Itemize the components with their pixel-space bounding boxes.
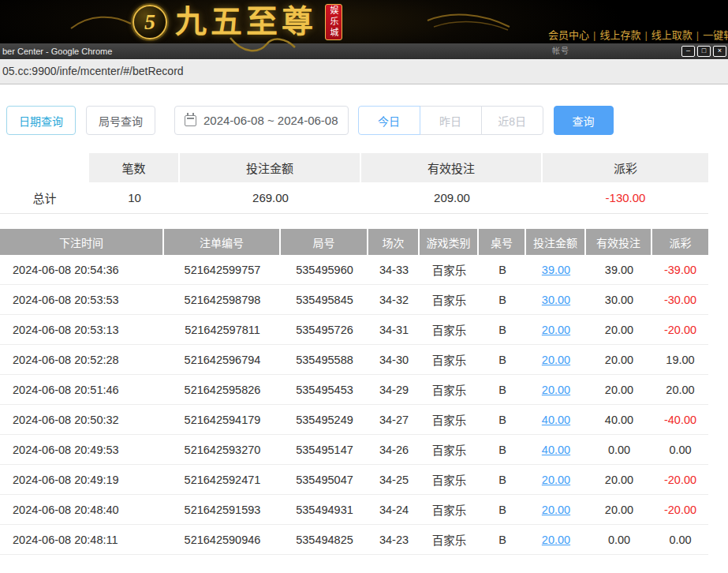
table-row: 2024-06-08 20:49:53521642593270535495147… bbox=[0, 435, 708, 465]
search-button[interactable]: 查询 bbox=[554, 106, 614, 135]
cell-table_no: B bbox=[479, 465, 526, 494]
cell-session: 34-26 bbox=[368, 435, 420, 464]
cell-table_no: B bbox=[479, 315, 526, 344]
summary-header-blank bbox=[0, 153, 89, 182]
cell-time: 2024-06-08 20:53:13 bbox=[0, 315, 164, 344]
cell-time: 2024-06-08 20:48:11 bbox=[0, 525, 164, 554]
summary-column-header: 有效投注 bbox=[361, 153, 543, 182]
cell-round_id: 535495453 bbox=[281, 375, 368, 404]
cell-order_id: 521642596794 bbox=[164, 345, 281, 374]
column-header: 下注时间 bbox=[0, 229, 164, 255]
column-header: 游戏类别 bbox=[420, 229, 479, 255]
cell-table_no: B bbox=[479, 405, 526, 434]
cell-session: 34-24 bbox=[368, 495, 420, 524]
close-icon[interactable]: × bbox=[713, 46, 726, 57]
cell-bet_amount[interactable]: 20.00 bbox=[526, 525, 586, 554]
cell-valid_bet: 20.00 bbox=[586, 315, 652, 344]
nav-member-center[interactable]: 会员中心 bbox=[548, 29, 589, 41]
bet-table-body: 2024-06-08 20:54:36521642599757535495960… bbox=[0, 255, 708, 555]
cell-session: 34-25 bbox=[368, 465, 420, 494]
column-header: 有效投注 bbox=[586, 229, 652, 255]
summary-head: 笔数投注金额有效投注派彩 bbox=[0, 153, 708, 182]
cell-time: 2024-06-08 20:52:28 bbox=[0, 345, 164, 374]
cell-valid_bet: 39.00 bbox=[586, 255, 652, 284]
cell-valid_bet: 20.00 bbox=[586, 495, 652, 524]
cell-bet_amount[interactable]: 20.00 bbox=[526, 375, 586, 404]
column-header: 局号 bbox=[281, 229, 368, 255]
cell-session: 34-29 bbox=[368, 375, 420, 404]
cell-bet_amount[interactable]: 20.00 bbox=[526, 345, 586, 374]
column-header: 投注金额 bbox=[526, 229, 586, 255]
cell-order_id: 521642590946 bbox=[164, 525, 281, 554]
chrome-urlbar[interactable]: 05.cc:9900/infe/mcenter/#/betRecord bbox=[0, 59, 728, 84]
cell-round_id: 535495588 bbox=[281, 345, 368, 374]
nav-withdraw[interactable]: 线上取款 bbox=[651, 29, 693, 41]
site-banner: 5 九五至尊 娱乐城 会员中心|线上存款|线上取款|一键转 bbox=[0, 0, 728, 43]
cell-bet_amount[interactable]: 20.00 bbox=[526, 315, 586, 344]
cell-bet_amount[interactable]: 20.00 bbox=[526, 495, 586, 524]
cell-payout: 0.00 bbox=[652, 525, 708, 554]
cell-table_no: B bbox=[479, 255, 526, 284]
cell-game_type: 百家乐 bbox=[420, 405, 479, 434]
cell-bet_amount[interactable]: 40.00 bbox=[526, 435, 586, 464]
cell-session: 34-33 bbox=[368, 255, 420, 284]
cell-round_id: 535494825 bbox=[281, 525, 368, 554]
cell-valid_bet: 0.00 bbox=[586, 525, 652, 554]
cell-time: 2024-06-08 20:49:19 bbox=[0, 465, 164, 494]
quick-last8days-button[interactable]: 近8日 bbox=[481, 106, 543, 135]
tab-round-query[interactable]: 局号查询 bbox=[86, 106, 155, 135]
nav-deposit[interactable]: 线上存款 bbox=[599, 29, 640, 41]
cell-time: 2024-06-08 20:51:46 bbox=[0, 375, 164, 404]
summary-table: 笔数投注金额有效投注派彩 总计 10 269.00 209.00 -130.00 bbox=[0, 153, 708, 214]
cell-valid_bet: 40.00 bbox=[586, 405, 652, 434]
minimize-icon[interactable]: – bbox=[681, 46, 695, 57]
cell-game_type: 百家乐 bbox=[420, 375, 479, 404]
table-row: 2024-06-08 20:51:46521642595826535495453… bbox=[0, 375, 708, 405]
date-range-picker[interactable]: 2024-06-08 ~ 2024-06-08 bbox=[174, 106, 349, 135]
cell-session: 34-30 bbox=[368, 345, 420, 374]
cell-valid_bet: 30.00 bbox=[586, 285, 652, 314]
summary-column-header: 派彩 bbox=[543, 153, 708, 182]
cell-bet_amount[interactable]: 20.00 bbox=[526, 465, 586, 494]
top-nav: 会员中心|线上存款|线上取款|一键转 bbox=[546, 27, 728, 42]
cell-table_no: B bbox=[479, 375, 526, 404]
cell-bet_amount[interactable]: 39.00 bbox=[526, 255, 586, 284]
cell-valid_bet: 20.00 bbox=[586, 345, 652, 374]
cell-game_type: 百家乐 bbox=[420, 315, 479, 344]
table-row: 2024-06-08 20:54:36521642599757535495960… bbox=[0, 255, 708, 285]
summary-column-header: 笔数 bbox=[89, 153, 180, 182]
summary-count: 10 bbox=[89, 182, 180, 213]
maximize-icon[interactable]: □ bbox=[697, 46, 711, 57]
column-header: 桌号 bbox=[479, 229, 526, 255]
cell-payout: -40.00 bbox=[652, 405, 708, 434]
site-logo: 5 九五至尊 娱乐城 bbox=[133, 3, 342, 41]
cell-bet_amount[interactable]: 40.00 bbox=[526, 405, 586, 434]
summary-label: 总计 bbox=[0, 182, 89, 213]
cell-bet_amount[interactable]: 30.00 bbox=[526, 285, 586, 314]
cell-time: 2024-06-08 20:49:53 bbox=[0, 435, 164, 464]
cell-table_no: B bbox=[479, 345, 526, 374]
summary-row: 总计 10 269.00 209.00 -130.00 bbox=[0, 182, 708, 214]
cell-round_id: 535495047 bbox=[281, 465, 368, 494]
column-header: 注单编号 bbox=[164, 229, 281, 255]
cell-game_type: 百家乐 bbox=[420, 465, 479, 494]
cell-game_type: 百家乐 bbox=[420, 435, 479, 464]
cell-session: 34-27 bbox=[368, 405, 420, 434]
summary-bet-amount: 269.00 bbox=[180, 182, 361, 213]
cell-session: 34-32 bbox=[368, 285, 420, 314]
cell-valid_bet: 20.00 bbox=[586, 465, 652, 494]
quick-yesterday-button[interactable]: 昨日 bbox=[420, 106, 482, 135]
cell-round_id: 535494931 bbox=[281, 495, 368, 524]
cell-payout: -30.00 bbox=[652, 285, 708, 314]
ornament-right-icon bbox=[426, 9, 513, 33]
tab-date-query[interactable]: 日期查询 bbox=[6, 106, 76, 135]
url-text[interactable]: 05.cc:9900/infe/mcenter/#/betRecord bbox=[0, 59, 728, 84]
nav-one-click-transfer[interactable]: 一键转 bbox=[703, 29, 728, 41]
quick-today-button[interactable]: 今日 bbox=[358, 106, 420, 135]
cell-round_id: 535495249 bbox=[281, 405, 368, 434]
column-header: 派彩 bbox=[652, 229, 708, 255]
cell-round_id: 535495960 bbox=[281, 255, 368, 284]
cell-valid_bet: 20.00 bbox=[586, 375, 652, 404]
table-row: 2024-06-08 20:48:11521642590946535494825… bbox=[0, 525, 708, 555]
summary-payout: -130.00 bbox=[543, 182, 708, 213]
